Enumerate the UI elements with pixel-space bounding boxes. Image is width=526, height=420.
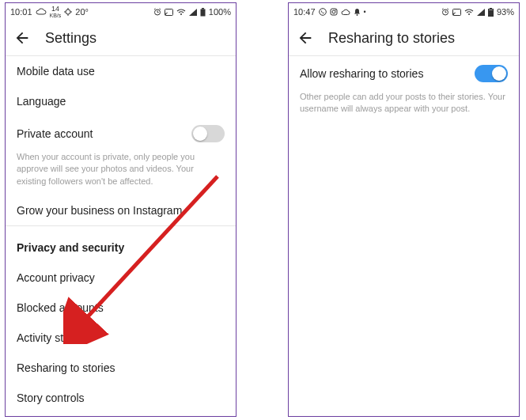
row-story-controls[interactable]: Story controls	[6, 383, 236, 413]
svg-rect-13	[200, 9, 205, 16]
battery-icon	[488, 8, 494, 17]
status-battery: 93%	[497, 7, 514, 17]
screenshot-settings: 10:01 14KB/s 20° 100% Settings Mobile da…	[5, 2, 237, 417]
bell-icon	[354, 8, 361, 16]
label-privacy-header: Privacy and security	[17, 241, 124, 254]
app-bar: Resharing to stories	[289, 21, 519, 55]
alarm-icon	[441, 8, 449, 16]
svg-point-11	[180, 13, 182, 15]
signal-icon	[477, 9, 485, 16]
status-temp: 20°	[75, 7, 89, 17]
cloud-icon	[341, 9, 350, 16]
cloud-icon	[36, 8, 47, 16]
row-language[interactable]: Language	[6, 86, 236, 116]
svg-line-24	[447, 9, 448, 9]
status-speed: 14KB/s	[50, 6, 62, 18]
svg-point-17	[332, 10, 335, 13]
svg-point-0	[66, 9, 70, 14]
back-icon[interactable]	[297, 29, 314, 47]
svg-point-18	[335, 9, 335, 10]
status-time: 10:47	[293, 7, 316, 17]
svg-line-8	[154, 9, 156, 9]
label-mobile-data: Mobile data use	[17, 65, 95, 78]
section-privacy-header: Privacy and security	[6, 233, 236, 263]
cast-icon	[452, 9, 461, 16]
row-account-privacy[interactable]: Account privacy	[6, 263, 236, 293]
svg-line-23	[442, 9, 444, 9]
battery-icon	[200, 8, 206, 17]
app-bar: Settings	[6, 21, 236, 55]
label-story-controls: Story controls	[17, 392, 85, 404]
whatsapp-icon	[319, 8, 327, 16]
label-grow-business: Grow your business on Instagram	[17, 204, 182, 217]
desc-allow-resharing: Other people can add your posts to their…	[289, 91, 519, 123]
row-grow-business[interactable]: Grow your business on Instagram	[6, 195, 236, 225]
svg-marker-27	[477, 9, 485, 16]
svg-rect-25	[452, 9, 460, 15]
svg-rect-16	[331, 9, 337, 15]
label-allow-resharing: Allow resharing to stories	[300, 67, 423, 80]
cast-icon	[165, 9, 173, 16]
label-language: Language	[17, 95, 66, 108]
back-icon[interactable]	[13, 29, 31, 47]
row-private-account[interactable]: Private account	[6, 116, 236, 151]
signal-icon	[189, 9, 197, 16]
svg-rect-14	[202, 8, 204, 9]
svg-marker-12	[189, 9, 197, 16]
row-mobile-data[interactable]: Mobile data use	[6, 56, 236, 86]
page-title: Settings	[45, 30, 96, 47]
svg-point-19	[356, 14, 358, 16]
label-activity: Activity status	[17, 331, 85, 344]
svg-rect-10	[165, 9, 172, 15]
label-account-privacy: Account privacy	[17, 271, 95, 284]
label-resharing: Resharing to stories	[17, 361, 115, 374]
svg-rect-30	[490, 8, 492, 9]
desc-private-account: When your account is private, only peopl…	[6, 151, 236, 195]
svg-rect-29	[488, 9, 493, 16]
svg-line-9	[159, 9, 161, 9]
svg-point-15	[319, 9, 326, 16]
status-dot: •	[364, 8, 366, 16]
row-resharing-stories[interactable]: Resharing to stories	[6, 353, 236, 383]
toggle-private-account[interactable]	[191, 125, 225, 142]
alarm-icon	[153, 8, 161, 16]
row-comment-controls[interactable]: Comment controls	[6, 413, 236, 417]
instagram-icon	[330, 8, 338, 16]
wifi-icon	[176, 9, 186, 16]
row-blocked-accounts[interactable]: Blocked accounts	[6, 293, 236, 323]
wifi-icon	[464, 9, 474, 16]
svg-point-26	[468, 13, 470, 15]
row-allow-resharing[interactable]: Allow resharing to stories	[289, 56, 519, 91]
status-battery: 100%	[209, 7, 231, 17]
screenshot-resharing: 10:47 • 93% Resharing to stories Allow r…	[288, 2, 520, 417]
status-bar: 10:01 14KB/s 20° 100%	[6, 3, 236, 21]
status-bar: 10:47 • 93%	[289, 3, 519, 21]
status-time: 10:01	[10, 7, 32, 17]
toggle-allow-resharing[interactable]	[475, 65, 508, 82]
page-title: Resharing to stories	[328, 30, 455, 47]
row-activity-status[interactable]: Activity status	[6, 323, 236, 353]
label-private-account: Private account	[17, 127, 93, 140]
label-blocked: Blocked accounts	[17, 301, 104, 314]
weather-icon	[64, 8, 72, 16]
